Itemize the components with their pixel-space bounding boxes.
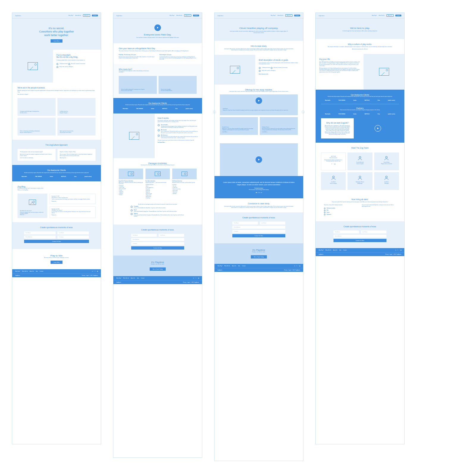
linkedin-icon[interactable]: in (92, 271, 93, 272)
first-name-input[interactable]: First Name (232, 222, 258, 225)
facebook-icon[interactable]: f (94, 271, 94, 272)
facebook-icon[interactable]: f (195, 278, 195, 279)
give-section: Give your team an unforgettable Field Da… (113, 43, 202, 64)
company-input[interactable]: Company (232, 230, 285, 233)
offering-card[interactable]: Family Picnics.Relay races. Tug of war. … (220, 117, 258, 135)
video-player[interactable] (220, 143, 298, 176)
blog-featured[interactable]: How Much Do You Care? Show your employee… (18, 194, 47, 218)
submit-button[interactable]: Contact Us Now (232, 234, 285, 237)
offering-card-large[interactable]: Field Days Relay races. Tug of war. Huma… (220, 94, 298, 115)
play-icon[interactable] (256, 97, 262, 104)
service-card[interactable]: Company-wide field days & family picnics… (18, 98, 56, 116)
team-card[interactable]: Diana BaileyProgram director, education (374, 152, 399, 170)
carousel-dots[interactable] (222, 192, 296, 193)
first-name-input[interactable]: First Name (24, 231, 56, 234)
learn-why-button[interactable]: Learn Why (51, 261, 62, 264)
instagram-icon[interactable]: ◉ (299, 265, 300, 267)
team-card[interactable]: Jan NorthService manager (321, 172, 346, 190)
step: 1You set goals.We help you identify your… (158, 124, 199, 128)
linkedin-icon[interactable]: in (395, 250, 396, 251)
email-input[interactable]: Email Address (24, 236, 56, 239)
twitter-icon[interactable]: t (197, 278, 197, 279)
case-card[interactable]: Clever headline playing off company name… (119, 76, 157, 94)
service-card[interactable]: Client, networking and holiday celebrati… (18, 118, 56, 136)
email-input[interactable]: Email Address (232, 226, 285, 229)
email-input[interactable]: Email Address (131, 238, 184, 241)
nav-link[interactable]: Why Play? (68, 15, 73, 16)
link[interactable]: How it became too far → (259, 74, 300, 75)
twitter-icon[interactable]: t (95, 271, 96, 272)
conclusion-section: Conclusion to case study. Lorem ipsum do… (214, 198, 303, 212)
last-name-input[interactable]: Last Name (260, 222, 285, 225)
twitter-icon[interactable]: t (298, 265, 298, 267)
last-name-input[interactable]: Last Name (159, 234, 184, 237)
logo[interactable]: ZogCulture (116, 15, 122, 16)
first-name-input[interactable]: First Name (333, 231, 359, 233)
facebook-icon[interactable]: f (331, 163, 332, 165)
approach-card: Experts in Culture, People, & Play. We a… (57, 149, 95, 161)
packages-section: Packages & Activities Come play with us!… (113, 158, 202, 225)
email-input[interactable]: Email Address (333, 235, 386, 238)
zoglife-section: Zog your life. Since 2002, ZogCulture an… (316, 54, 404, 90)
image-placeholder (172, 169, 197, 179)
play-icon[interactable] (256, 156, 262, 163)
contact-button[interactable]: Contact (92, 15, 98, 16)
last-name-input[interactable]: Last Name (57, 231, 89, 234)
link[interactable]: Get Started Now → (158, 142, 199, 143)
carousel-next-icon[interactable]: › (302, 110, 305, 113)
play-icon[interactable] (154, 24, 161, 31)
case-card[interactable]: Clever short headline.See how we helped … (159, 76, 197, 94)
linkedin-icon[interactable]: in (193, 278, 194, 279)
social-links: inft◉ (92, 271, 98, 272)
company-input[interactable]: Company (131, 242, 184, 245)
person-icon (331, 175, 336, 180)
how-it-works: How it works. We only deal in high stake… (113, 113, 202, 158)
bullet-icon (324, 210, 325, 211)
link[interactable]: Learn More → (119, 71, 197, 73)
page-case-study: ZogCulture Why Play?What We DoAbout UsCo… (214, 13, 303, 461)
team-card[interactable]: Sebastian SkinnerHR Manager (347, 172, 372, 190)
submit-button[interactable]: Contact Us Now (131, 246, 184, 250)
link[interactable]: About Zog team → (60, 157, 93, 158)
play-icon[interactable] (375, 125, 381, 132)
logo[interactable]: ZogCulture (319, 15, 325, 16)
logo[interactable]: ZogCulture (15, 15, 21, 16)
twitter-icon[interactable]: t (333, 163, 333, 165)
facebook-icon[interactable]: f (397, 250, 398, 251)
service-card[interactable]: In-office team fun.Be good, feel good → (57, 98, 95, 116)
service-card[interactable]: Sports games & tournaments.Get your play… (57, 118, 95, 136)
clients-section: Our Awesome Clients We don't work with j… (113, 98, 202, 113)
link[interactable]: Follow us on the Zog Blog → (18, 189, 95, 191)
link[interactable]: Learn more about our philosophy → (20, 157, 53, 158)
image-placeholder (214, 55, 255, 85)
blog-item[interactable]: November 27, 2017 Why Bother to Grow You… (50, 194, 95, 204)
get-in-touch-button[interactable]: Get in Touch Today (150, 267, 166, 271)
facebook-icon[interactable]: f (296, 265, 297, 267)
learn-more-button[interactable]: Learn More (51, 39, 62, 43)
blog-item[interactable]: November 14, 2017 What Are Core Values? … (50, 206, 95, 218)
video-section (214, 139, 303, 176)
last-name-input[interactable]: Last Name (361, 231, 386, 233)
logo[interactable]: ZogCulture (217, 15, 223, 16)
contact-form: Create spontaneous moments of wow. First… (316, 221, 404, 248)
twitter-icon[interactable]: t (399, 250, 399, 251)
nav-link[interactable]: About Us (83, 14, 90, 17)
get-in-touch-button[interactable]: Get in Touch Today (251, 255, 267, 259)
carousel-prev-icon[interactable]: ‹ (213, 110, 216, 113)
instagram-icon[interactable]: ◉ (334, 163, 335, 165)
offering-card[interactable]: Holiday Parties.Eat, the best of your co… (260, 117, 298, 135)
team-card[interactable]: Tracey MetcalfeCulture evangelist (347, 152, 372, 170)
instagram-icon[interactable]: ◉ (198, 278, 199, 279)
person-icon (384, 155, 389, 161)
team-card[interactable]: Ian BakerIT Manager (374, 172, 399, 190)
svg-point-3 (359, 176, 361, 178)
nav-link[interactable]: What We Do (75, 15, 81, 16)
linkedin-icon[interactable]: in (294, 265, 295, 267)
link[interactable]: See who we've helped → (18, 94, 95, 95)
instagram-icon[interactable]: ◉ (97, 271, 98, 272)
first-name-input[interactable]: First Name (131, 234, 157, 237)
company-input[interactable]: Company (57, 236, 89, 239)
submit-button[interactable]: Contact Us Now (333, 239, 386, 242)
submit-button[interactable]: Contact Us Now (24, 240, 89, 243)
instagram-icon[interactable]: ◉ (400, 250, 401, 251)
